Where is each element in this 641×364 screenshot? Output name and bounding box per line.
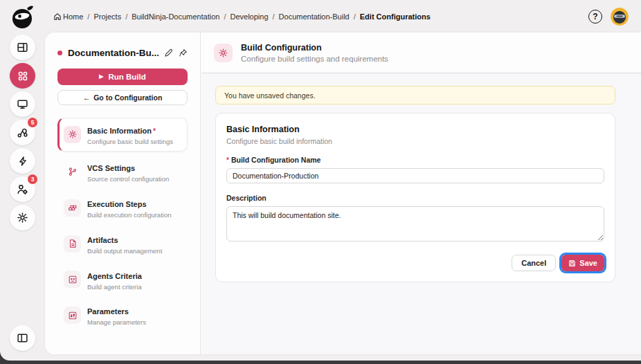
page-subtitle: Configure build settings and requirement… — [241, 55, 388, 63]
breadcrumb-separator: / — [273, 12, 275, 21]
build-configuration-name-input[interactable] — [226, 168, 604, 183]
left-arrow-icon: ← — [83, 93, 91, 102]
users-settings-icon[interactable]: 3 — [10, 176, 35, 202]
configuration-title: Documentation-Bu... — [68, 48, 159, 58]
settings-nav: Basic Information* Configure basic build… — [57, 118, 188, 331]
breadcrumb-build[interactable]: Documentation-Build — [279, 12, 350, 21]
help-icon[interactable]: ? — [588, 10, 602, 24]
description-textarea[interactable]: This will build documentation site. — [226, 206, 604, 242]
breadcrumb-projects[interactable]: Projects — [93, 12, 121, 21]
projects-grid-icon[interactable] — [10, 63, 35, 89]
goto-configuration-button[interactable]: ← Go to Configuration — [57, 90, 188, 105]
app-window: 5 3 — [0, 0, 641, 361]
nav-item-artifacts[interactable]: Artifacts Build output management — [57, 228, 188, 260]
build-config-gear-icon — [214, 44, 233, 62]
breadcrumb-subproject[interactable]: Developing — [230, 12, 268, 21]
unsaved-changes-banner: You have unsaved changes. — [215, 86, 615, 104]
gear-icon — [64, 126, 81, 143]
nav-item-agents-criteria[interactable]: Agents Criteria Build agent criteria — [57, 264, 188, 295]
nav-item-execution-steps[interactable]: Execution Steps Build execution configur… — [57, 192, 188, 224]
save-floppy-icon — [568, 260, 576, 267]
steps-blocks-icon — [64, 199, 81, 217]
nav-item-basic-information[interactable]: Basic Information* Configure basic build… — [57, 118, 188, 152]
save-button[interactable]: Save — [561, 255, 604, 271]
file-icon — [64, 235, 81, 253]
breadcrumb-separator: / — [87, 12, 89, 21]
collapse-sidebar-icon[interactable] — [10, 325, 35, 351]
basic-information-card: Basic Information Configure basic build … — [215, 113, 615, 282]
top-bar: Home / Projects / BuildNinja-Documentati… — [45, 0, 641, 33]
edit-pencil-icon[interactable] — [164, 48, 173, 57]
git-branch-icon — [64, 163, 81, 181]
builds-count-badge: 5 — [28, 118, 37, 127]
cancel-button[interactable]: Cancel — [512, 255, 556, 271]
page-title: Build Configuration — [241, 43, 388, 53]
play-icon: ▶ — [99, 74, 103, 80]
home-icon — [53, 12, 62, 21]
breadcrumb-separator: / — [224, 12, 226, 21]
activity-lightning-icon[interactable] — [10, 148, 35, 174]
content-panel: Documentation-Bu... ▶ Run Build ← Go to … — [45, 33, 641, 354]
breadcrumb-project[interactable]: BuildNinja-Documentation — [132, 12, 219, 21]
parameters-sliders-icon — [64, 307, 81, 324]
user-avatar[interactable] — [611, 8, 629, 26]
users-count-badge: 3 — [28, 174, 37, 184]
breadcrumb-separator: / — [125, 12, 127, 21]
breadcrumb-home[interactable]: Home — [53, 12, 83, 21]
nav-item-parameters[interactable]: Parameters Manage parameters — [57, 300, 188, 331]
main-area: Build Configuration Configure build sett… — [201, 33, 641, 354]
run-build-button[interactable]: ▶ Run Build — [57, 69, 188, 85]
status-dot — [57, 51, 62, 55]
agent-face-icon — [64, 271, 81, 288]
breadcrumb: Home / Projects / BuildNinja-Documentati… — [53, 12, 431, 21]
card-title: Basic Information — [226, 125, 604, 134]
pin-icon[interactable] — [179, 48, 188, 57]
settings-gear-icon[interactable] — [10, 205, 35, 230]
description-field-label: Description — [226, 194, 604, 202]
buildninja-logo[interactable] — [9, 3, 37, 32]
main-header: Build Configuration Configure build sett… — [201, 33, 641, 73]
breadcrumb-separator: / — [354, 12, 356, 21]
name-field-label: *Build Configuration Name — [226, 156, 604, 164]
required-mark: * — [153, 127, 156, 135]
card-subtitle: Configure basic build information — [226, 137, 604, 145]
config-sidebar: Documentation-Bu... ▶ Run Build ← Go to … — [45, 33, 201, 354]
icon-rail: 5 3 — [0, 0, 45, 361]
dashboard-layout-icon[interactable] — [10, 35, 35, 60]
breadcrumb-current: Edit Configurations — [360, 12, 431, 21]
builds-webhook-icon[interactable]: 5 — [10, 120, 35, 145]
nav-item-vcs-settings[interactable]: VCS Settings Source control configuratio… — [57, 156, 188, 188]
required-mark: * — [226, 156, 229, 164]
agents-monitor-icon[interactable] — [10, 91, 35, 117]
